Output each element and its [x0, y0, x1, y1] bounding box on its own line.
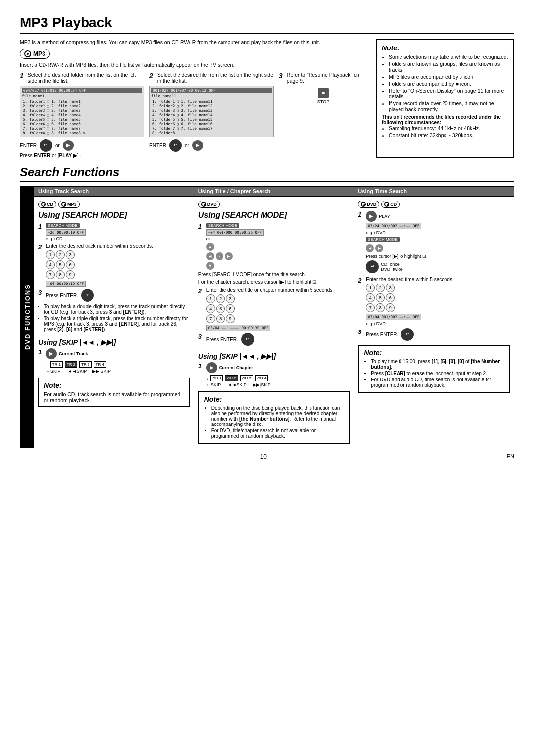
num-3[interactable]: 3 [386, 284, 395, 292]
folder-row: 5. folder5□ 5. file name5 [22, 117, 142, 122]
num-7[interactable]: 7 [46, 270, 55, 279]
track-step1-screen: –26 00:00:19 OFF [46, 229, 86, 236]
enter-button[interactable]: ↩ [40, 139, 52, 152]
time-cursor-right[interactable]: ► [375, 244, 383, 252]
track-step1-num: 1 [38, 223, 44, 230]
title-enter-button[interactable]: ↩ [241, 333, 254, 346]
time-note-box: Note: To play time 0:15:00, press [1], [… [358, 345, 510, 393]
mp3-description: MP3 is a method of compressing files. Yo… [20, 39, 368, 45]
track-play-icon[interactable]: ▶ [46, 348, 57, 359]
num-1[interactable]: 1 [366, 284, 375, 292]
chapter-row: ↓ CH 1 CH 2 CH 3 CH 4 [206, 375, 350, 381]
time-note-title: Note: [364, 349, 504, 357]
col-header-time: Using Time Search [354, 187, 514, 196]
enter-button-2[interactable]: ↩ [169, 139, 182, 152]
num-6[interactable]: 6 [66, 260, 75, 269]
track-step3: 3 Press ENTER. ↩ [38, 289, 190, 302]
screen-header: 004/027 001/013 00:00:34 OFF [22, 88, 142, 93]
num-2[interactable]: 2 [56, 250, 65, 259]
cursor-down[interactable]: ▼ [206, 262, 214, 270]
folder-row: 1. folder1□ 1. file name11 [151, 99, 272, 104]
num-1[interactable]: 1 [46, 250, 55, 259]
folder-row: 5. folder5□ 5. file name15 [151, 117, 272, 122]
title-chapter-search: For the chapter search, press cursor [▶]… [198, 279, 350, 284]
time-step2-screen: 03/04 001/002 ––:–– OFF [366, 314, 421, 320]
time-note-1: To play time 0:15:00, press [1], [5], [0… [371, 359, 504, 370]
folder-row: 2. folder2□ 2. file name12 [151, 104, 272, 108]
folder-row: 1. folder1□ 1. file name1 [22, 99, 142, 104]
time-search-col: DVD CD 1 ▶ PLAY [354, 197, 514, 448]
title-step3-text: Press ENTER. [206, 337, 238, 342]
folder-row: 3. folder3□ 3. file name13 [151, 108, 272, 113]
track-bullets: To play back a double-digit track, press… [38, 304, 190, 332]
title-note-list: Depending on the disc being played back,… [204, 405, 344, 439]
title-step3-num: 3 [198, 333, 204, 340]
cursor-row: ◄ · ► [206, 252, 350, 260]
num-7[interactable]: 7 [366, 303, 375, 312]
folder-row: 6. folder6□ 6. file name6 [22, 122, 142, 126]
title-search-mode-button[interactable]: SEARCH MODE [206, 223, 240, 228]
num-4[interactable]: 4 [366, 293, 375, 302]
track-enter-button[interactable]: ↩ [81, 289, 94, 302]
col-headers-row: Using Track Search Using Title / Chapter… [34, 187, 514, 197]
mp3-playback-title: MP3 Playback [20, 15, 514, 34]
num-7[interactable]: 7 [206, 314, 215, 323]
num-5[interactable]: 5 [56, 260, 65, 269]
time-search-mode-btn[interactable]: SEARCH MODE [366, 237, 400, 242]
num-9[interactable]: 9 [386, 303, 395, 312]
note-item: Sampling frequency: 44.1kHz or 48kHz. [389, 125, 508, 131]
note-item: Some selections may take a while to be r… [389, 54, 508, 60]
num-8[interactable]: 8 [216, 314, 225, 323]
title-step2: 2 Enter the desired title or chapter num… [198, 287, 350, 331]
num-8[interactable]: 8 [56, 270, 65, 279]
num-5[interactable]: 5 [216, 304, 225, 313]
folder-row: 3. folder3□ 3. file name3 [22, 108, 142, 113]
search-mode-button[interactable]: SEARCH MODE [46, 223, 80, 228]
cursor-left[interactable]: ◄ [206, 252, 214, 260]
mp3-logo-small: MP3 [58, 201, 80, 208]
cursor-right[interactable]: ► [225, 252, 233, 260]
title-skip-num: 1 [198, 362, 204, 370]
title-play-icon[interactable]: ▶ [206, 362, 217, 373]
time-step3-num: 3 [358, 328, 364, 335]
num-6[interactable]: 6 [386, 293, 395, 302]
dvd-twice-label: DVD: twice [381, 267, 403, 272]
track-note-text: For audio CD, track search is not availa… [44, 391, 184, 403]
play-button[interactable]: ▶ [63, 140, 74, 151]
stop-button[interactable]: ■ [318, 88, 329, 98]
num-6[interactable]: 6 [226, 304, 235, 313]
step1-text: Select the desired folder from the list … [28, 72, 144, 84]
play-button-2[interactable]: ▶ [192, 140, 203, 151]
step2-num: 2 [149, 72, 153, 80]
time-play-btn[interactable]: ▶ [366, 211, 377, 222]
folder-row: 7. folder7□ 7. file name17 [151, 126, 272, 131]
tr2: TR 2 [65, 361, 77, 368]
note-item: Folders are accompanied by ■ icon. [389, 81, 508, 87]
time-enter-button[interactable]: ↩ [401, 328, 414, 341]
num-4[interactable]: 4 [46, 260, 55, 269]
track-step2-text: Enter the desired track number within 5 … [46, 243, 153, 249]
num-1[interactable]: 1 [206, 294, 215, 303]
folder-row: 4. folder4□ 4. file name14 [151, 113, 272, 117]
title-current-label: Current Chapter [219, 365, 253, 370]
time-press-cursor: Press cursor [▶] to highlight ⊡. [366, 254, 510, 259]
num-2[interactable]: 2 [216, 294, 225, 303]
num-9[interactable]: 9 [226, 314, 235, 323]
num-2[interactable]: 2 [376, 284, 385, 292]
num-5[interactable]: 5 [376, 293, 385, 302]
folder-row: 4. folder4□ 4. file name4 [22, 113, 142, 117]
num-8[interactable]: 8 [376, 303, 385, 312]
num-3[interactable]: 3 [226, 294, 235, 303]
num-4[interactable]: 4 [206, 304, 215, 313]
num-3[interactable]: 3 [66, 250, 75, 259]
cursor-up[interactable]: ▲ [206, 243, 214, 251]
folder-row: 7. folder7□ 7. file name7 [22, 126, 142, 131]
num-9[interactable]: 9 [66, 270, 75, 279]
skip-row: ←SKIP |◄◄SKIP ▶▶|SKIP [46, 369, 190, 374]
time-enter-btn-1[interactable]: ↩ [366, 260, 379, 273]
file-list-display-2: 001/027 001/007 00:00:12 OFF file name11… [149, 86, 274, 137]
cursor-center[interactable]: · [216, 252, 223, 260]
track-skip-step: 1 ▶ Current Track ↓ TR 1 TR 2 TR 3 [38, 348, 190, 375]
time-cursor-left[interactable]: ◄ [366, 244, 374, 252]
time-step3-text: Press ENTER. [366, 332, 398, 337]
